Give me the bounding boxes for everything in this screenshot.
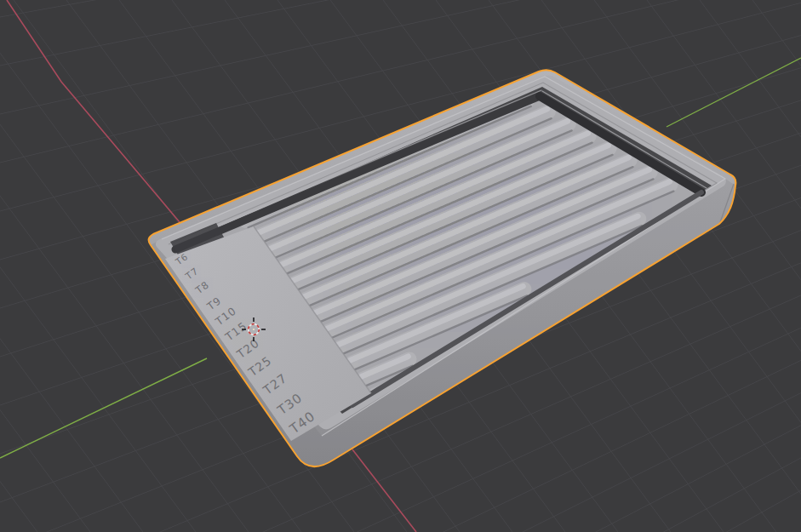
3d-viewport[interactable]: T6T7T8T9T10T15T20T25T27T30T40 [0, 0, 801, 532]
